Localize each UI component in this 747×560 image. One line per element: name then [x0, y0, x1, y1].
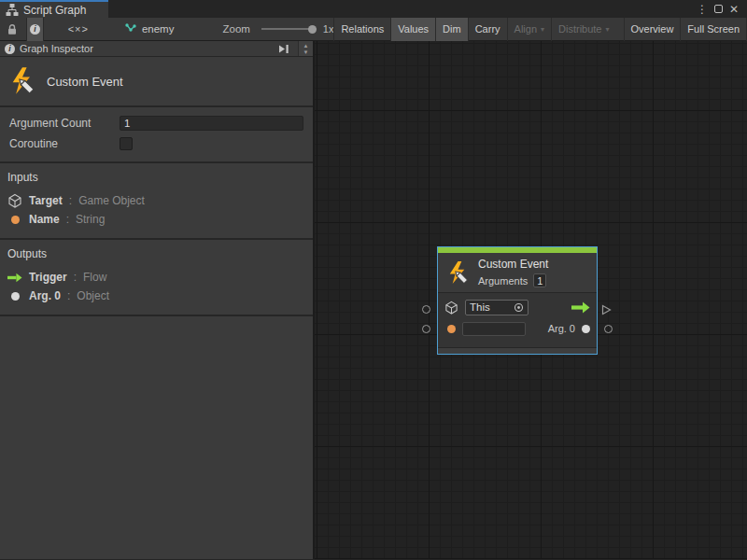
graph-toolbar: i <×> enemy Zoom 1x Relations Values Dim… [0, 18, 747, 41]
custom-event-icon [445, 260, 471, 286]
chevron-down-icon: ▾ [606, 25, 610, 34]
overview-button[interactable]: Overview [624, 18, 681, 41]
inspector-scrollbar[interactable]: ▲ ▼ [298, 41, 313, 56]
chevron-down-icon: ▾ [541, 25, 544, 34]
argument-count-row: Argument Count 1 [9, 115, 303, 132]
script-graph-window: Script Graph ⋮ ✕ i <×> enemy Zoom [0, 0, 747, 560]
string-port-icon [7, 216, 22, 224]
object-port-icon [7, 292, 22, 301]
full-screen-button[interactable]: Full Screen [680, 18, 747, 41]
cube-icon [444, 301, 458, 315]
graph-hierarchy-icon [6, 4, 19, 16]
tab-bar: Script Graph ⋮ ✕ [0, 0, 747, 18]
inspector-header: i Graph Inspector ▲ ▼ [0, 41, 313, 57]
arg0-output-dot [582, 325, 590, 333]
flow-output-port[interactable] [601, 304, 612, 318]
graph-name: enemy [142, 23, 175, 35]
target-this-dropdown[interactable]: This [465, 300, 529, 315]
script-graph-asset-icon [124, 22, 137, 35]
node-arguments-field[interactable]: 1 [533, 273, 546, 287]
inputs-section: Inputs Target : Game Object Name : Strin… [0, 163, 313, 240]
outputs-title: Outputs [7, 247, 305, 260]
node-body: This Arg. 0 [438, 292, 597, 347]
distribute-button[interactable]: Distribute▾ [551, 18, 615, 41]
inputs-title: Inputs [7, 171, 305, 184]
tab-script-graph[interactable]: Script Graph [0, 0, 108, 18]
dim-button[interactable]: Dim [435, 18, 468, 41]
scroll-up-icon[interactable]: ▲ [303, 43, 309, 49]
inspector-empty-area [0, 316, 313, 559]
object-picker-icon[interactable] [514, 302, 524, 313]
custom-event-node[interactable]: Custom Event Arguments 1 This [437, 246, 598, 355]
toolbar-toggle-group: Relations Values Dim Carry Align▾ Distri… [333, 18, 747, 41]
unit-header: Custom Event [0, 57, 313, 107]
align-button[interactable]: Align▾ [507, 18, 551, 41]
lock-button[interactable] [4, 18, 21, 41]
inspector-toggle-button[interactable]: i [26, 18, 44, 41]
node-input-port-top[interactable] [422, 305, 430, 314]
node-footer [438, 347, 597, 354]
code-icon: <×> [68, 23, 89, 35]
window-menu-icon[interactable]: ⋮ [697, 4, 708, 15]
edit-source-button[interactable]: <×> [68, 18, 89, 41]
info-icon: i [30, 24, 40, 35]
coroutine-checkbox[interactable] [120, 137, 133, 150]
inspector-title: Graph Inspector [20, 43, 93, 54]
zoom-slider-handle[interactable] [308, 25, 317, 34]
close-icon[interactable]: ✕ [729, 4, 739, 15]
output-row-arg0: Arg. 0 : Object [7, 287, 305, 305]
zoom-value: 1x [323, 23, 334, 35]
dock-icon [277, 44, 289, 54]
arg0-output-port[interactable] [604, 325, 613, 333]
zoom-slider[interactable] [261, 23, 317, 35]
flow-arrow-icon [7, 273, 22, 283]
zoom-label: Zoom [222, 23, 249, 35]
node-header[interactable]: Custom Event Arguments 1 [438, 253, 597, 292]
dock-panel-button[interactable] [274, 41, 293, 56]
lock-icon [7, 23, 18, 35]
custom-event-icon [7, 66, 37, 96]
name-input-dot [447, 325, 456, 333]
toolbar-gap [616, 18, 624, 41]
node-arg0-row: Arg. 0 [444, 319, 590, 338]
argument-count-label: Argument Count [9, 117, 120, 130]
output-row-trigger: Trigger : Flow [7, 268, 305, 287]
unit-title: Custom Event [47, 75, 123, 89]
node-title: Custom Event [478, 258, 548, 271]
graph-breadcrumb[interactable]: enemy [124, 22, 175, 35]
carry-button[interactable]: Carry [468, 18, 507, 41]
cube-icon [7, 193, 22, 208]
event-name-field[interactable] [462, 322, 526, 336]
info-icon: i [5, 44, 15, 54]
maximize-icon[interactable] [714, 5, 723, 13]
flow-output-arrow-icon [571, 301, 590, 314]
scroll-down-icon[interactable]: ▼ [303, 49, 309, 55]
values-button[interactable]: Values [390, 18, 435, 41]
graph-inspector-panel: i Graph Inspector ▲ ▼ [0, 41, 315, 559]
arg0-label: Arg. 0 [548, 323, 575, 334]
coroutine-label: Coroutine [9, 137, 120, 150]
node-arguments-label: Arguments [478, 275, 528, 287]
relations-button[interactable]: Relations [333, 18, 390, 41]
input-row-name: Name : String [7, 210, 305, 229]
unit-properties: Argument Count 1 Coroutine [0, 107, 313, 163]
outputs-section: Outputs Trigger : Flow Arg. 0 : Object [0, 240, 313, 316]
input-row-target: Target : Game Object [7, 191, 305, 210]
node-target-row: This [444, 298, 590, 316]
graph-canvas[interactable]: Custom Event Arguments 1 This [315, 41, 747, 559]
argument-count-field[interactable]: 1 [120, 116, 303, 131]
window-controls: ⋮ ✕ [688, 0, 747, 18]
node-input-port-bottom[interactable] [422, 325, 430, 333]
coroutine-row: Coroutine [9, 135, 303, 152]
tab-title: Script Graph [23, 4, 86, 17]
